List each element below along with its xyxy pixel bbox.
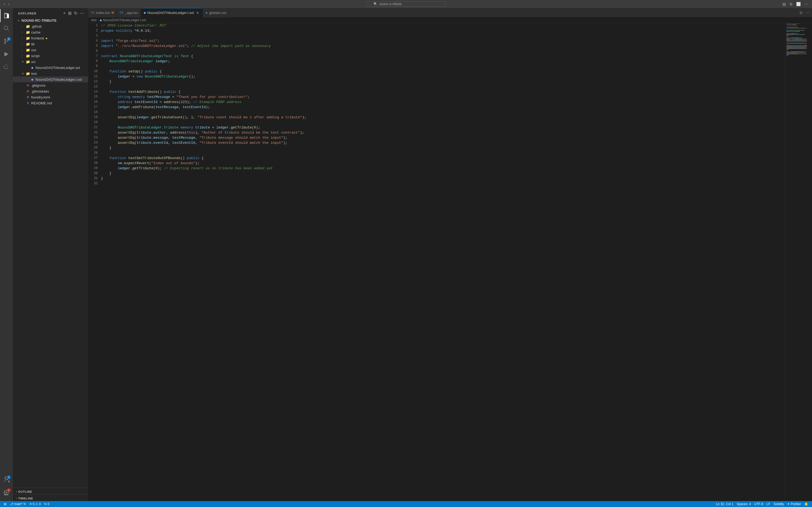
branch-icon: ⎇ xyxy=(10,502,13,506)
search-text: nouns-rc-tribute xyxy=(379,2,402,6)
tab-icon-index: TS xyxy=(91,11,95,14)
status-line-ending[interactable]: LF xyxy=(765,501,772,507)
code-line-32 xyxy=(101,181,785,186)
line-number-2: 2 xyxy=(90,28,98,33)
line-numbers: 1234567891011121314151617181920212223242… xyxy=(88,23,100,501)
back-button[interactable]: ‹ xyxy=(3,1,6,7)
tree-item-script[interactable]: › 📁 script xyxy=(13,53,88,59)
status-spaces[interactable]: Spaces: 4 xyxy=(735,501,752,507)
activity-accounts[interactable]: 1 xyxy=(0,473,13,486)
tab-ledger-sol[interactable]: ◆ NounsDAOTributeLedger.t.sol ✕ xyxy=(141,8,203,17)
tree-item-test[interactable]: ▼ 📁 test xyxy=(13,70,88,76)
minimap xyxy=(785,23,812,501)
line-number-1: 1 xyxy=(90,23,98,28)
code-line-1: // SPDX-License-Identifier: MIT xyxy=(101,23,785,28)
gitignore-icon: ⚙ xyxy=(26,83,30,88)
timeline-header[interactable]: › TIMELINE xyxy=(13,496,88,501)
tree-item-github[interactable]: › 📁 .github xyxy=(13,23,88,29)
src-folder-icon: 📁 xyxy=(26,60,30,64)
status-encoding[interactable]: UTF-8 xyxy=(753,501,765,507)
tree-item-foundry[interactable]: › ⚙ foundry.toml xyxy=(13,94,88,100)
src-arrow: ▼ xyxy=(21,60,26,63)
fullscreen-icon[interactable]: ⬜ xyxy=(795,1,802,7)
code-line-5: import "../src/NounsDAOTributeLedger.sol… xyxy=(101,44,785,49)
editor-main[interactable]: 1234567891011121314151617181920212223242… xyxy=(88,23,785,501)
breadcrumb-file[interactable]: NounsDAOTributeLedger.t.sol xyxy=(103,18,146,22)
tree-item-ledger-sol[interactable]: › ◆ NounsDAOTributeLedger.sol xyxy=(13,65,88,70)
code-line-22: assertEq(tribute.author, address(this), … xyxy=(101,130,785,135)
tab-icon-css: ◈ xyxy=(205,11,208,14)
tree-item-gitignore[interactable]: › ⚙ .gitignore xyxy=(13,82,88,88)
accounts-badge: 1 xyxy=(7,475,11,479)
github-folder-icon: 📁 xyxy=(26,24,30,29)
tree-item-cache[interactable]: › 📁 cache xyxy=(13,29,88,35)
new-file-button[interactable]: + xyxy=(62,10,66,16)
status-errors[interactable]: ✕ 0 ⚠ 0 xyxy=(28,501,42,507)
out-folder-icon: 📁 xyxy=(26,48,30,52)
line-number-14: 14 xyxy=(90,89,98,95)
tab-globals-css[interactable]: ◈ globals.css xyxy=(203,8,229,17)
error-icon: ✕ xyxy=(29,502,32,506)
tree-item-test-sol[interactable]: › ◆ NounsDAOTributeLedger.t.sol xyxy=(13,76,88,82)
code-content[interactable]: // SPDX-License-Identifier: MITpragma so… xyxy=(100,23,785,501)
breadcrumb: test › ◆ NounsDAOTributeLedger.t.sol xyxy=(88,17,812,23)
tab-label-css: globals.css xyxy=(209,11,226,15)
more-icon[interactable]: ⋯ xyxy=(803,1,809,7)
tree-item-gitmodules[interactable]: › ⚙ .gitmodules xyxy=(13,88,88,94)
activity-search[interactable] xyxy=(0,22,13,35)
tab-icon-sol: ◆ xyxy=(144,11,146,14)
breadcrumb-test[interactable]: test xyxy=(91,18,96,22)
tree-item-out[interactable]: › 📁 out xyxy=(13,47,88,53)
status-remote[interactable]: ⊞ xyxy=(2,501,8,507)
position-text: Ln 32, Col 1 xyxy=(716,502,733,506)
tree-item-lib[interactable]: › 📁 lib xyxy=(13,41,88,47)
refresh-button[interactable]: ↻ xyxy=(73,10,78,16)
forward-button[interactable]: › xyxy=(7,1,11,7)
title-bar: ‹ › 🔍 nouns-rc-tribute ▤ ⧉ ⬜ ⋯ xyxy=(0,0,812,8)
file-tree: ▼ NOUNS-RC-TRIBUTE › 📁 .github › 📁 cache xyxy=(13,17,88,488)
collapse-button[interactable]: ⋯ xyxy=(79,10,85,16)
line-number-16: 16 xyxy=(90,100,98,105)
script-arrow: › xyxy=(21,54,26,57)
layout-icon[interactable]: ▤ xyxy=(781,1,787,7)
foundry-icon: ⚙ xyxy=(26,95,30,99)
title-nav: ‹ › xyxy=(3,1,10,7)
status-remote2[interactable]: ↻ 0 xyxy=(42,501,51,507)
status-position[interactable]: Ln 32, Col 1 xyxy=(715,501,735,507)
code-line-12: } xyxy=(101,79,785,84)
status-bell[interactable]: 🔔 xyxy=(803,501,810,507)
tabs-right-actions: ⧉ ⋯ xyxy=(799,10,812,15)
tree-item-src[interactable]: ▼ 📁 src xyxy=(13,59,88,65)
more-tabs-button[interactable]: ⋯ xyxy=(805,10,810,15)
tab-index-tsx[interactable]: TS index.tsx M xyxy=(88,8,117,17)
code-line-24: assertEq(tribute.eventId, testEventId, "… xyxy=(101,140,785,146)
activity-run[interactable] xyxy=(0,48,13,61)
out-arrow: › xyxy=(21,49,26,52)
breadcrumb-sol-icon: ◆ xyxy=(100,18,102,22)
tab-close-sol[interactable]: ✕ xyxy=(196,10,200,15)
search-bar[interactable]: 🔍 nouns-rc-tribute xyxy=(366,1,446,7)
frontend-label: frontend ● xyxy=(31,36,88,40)
code-line-25: } xyxy=(101,146,785,151)
status-prettier[interactable]: ✦ Prettier xyxy=(785,501,803,507)
split-icon[interactable]: ⧉ xyxy=(789,1,794,7)
tree-item-frontend[interactable]: › 📁 frontend ● xyxy=(13,35,88,41)
sidebar-header-actions: + ⊞ ↻ ⋯ xyxy=(62,10,85,16)
new-folder-button[interactable]: ⊞ xyxy=(67,10,72,16)
split-editor-button[interactable]: ⧉ xyxy=(799,10,803,15)
line-ending-text: LF xyxy=(767,502,770,506)
line-number-9: 9 xyxy=(90,64,98,69)
status-branch[interactable]: ⎇ main* ↻ xyxy=(8,501,28,507)
activity-explorer[interactable] xyxy=(0,9,13,22)
activity-source-control[interactable]: 1 xyxy=(0,35,13,48)
line-number-20: 20 xyxy=(90,120,98,125)
activity-extensions[interactable] xyxy=(0,61,13,73)
tree-root[interactable]: ▼ NOUNS-RC-TRIBUTE xyxy=(13,17,88,23)
status-language[interactable]: Solidity xyxy=(772,501,786,507)
tree-item-readme[interactable]: › ℹ README.md xyxy=(13,100,88,106)
outline-header[interactable]: › OUTLINE xyxy=(13,489,88,494)
activity-settings[interactable]: 1 xyxy=(0,486,13,499)
line-number-27: 27 xyxy=(90,156,98,161)
script-folder-icon: 📁 xyxy=(26,54,30,58)
tab-app-tsx[interactable]: TS _app.tsx xyxy=(117,8,141,17)
